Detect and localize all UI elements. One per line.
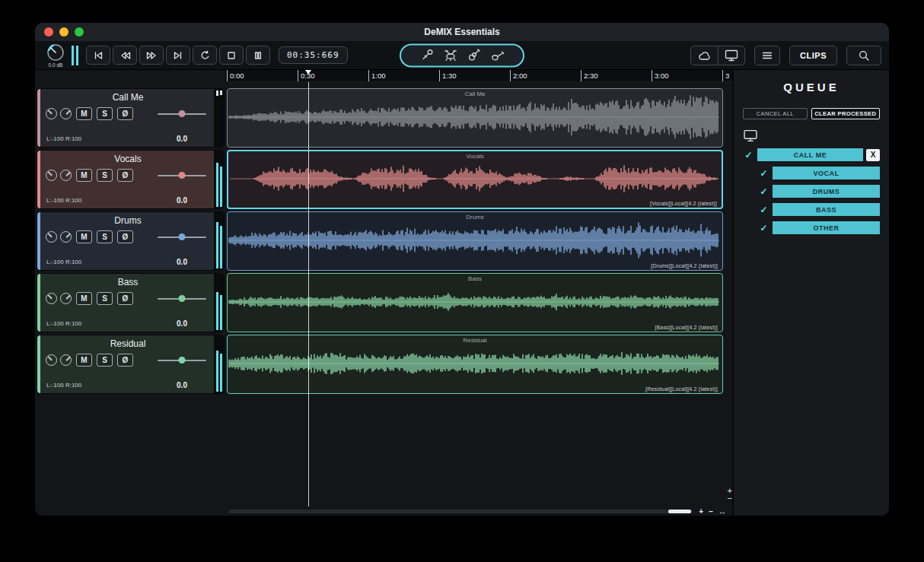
zoom-fit-button[interactable]: ↔: [718, 507, 726, 516]
track-header[interactable]: Vocals M S Ø L:-100 R:100 0.0: [37, 150, 225, 209]
clear-processed-button[interactable]: CLEAR PROCESSED: [811, 108, 880, 119]
queue-item-label[interactable]: DRUMS: [773, 185, 880, 198]
volume-slider[interactable]: [158, 170, 206, 181]
pan-left-knob[interactable]: [46, 354, 57, 366]
volume-slider-thumb[interactable]: [179, 110, 186, 117]
waveform-graphic: [228, 89, 721, 145]
solo-button[interactable]: S: [97, 292, 113, 305]
cloud-processing-button[interactable]: [691, 46, 718, 65]
close-window-button[interactable]: [44, 27, 53, 37]
ruler-tick: 0:00: [227, 70, 244, 81]
pause-button[interactable]: [246, 46, 270, 65]
skip-to-end-button[interactable]: [166, 46, 190, 65]
bass-source-button[interactable]: [491, 49, 505, 62]
pan-left-knob[interactable]: [46, 231, 57, 243]
track-header[interactable]: Bass M S Ø L:-100 R:100 0.0: [37, 273, 225, 332]
check-icon: ✓: [758, 205, 769, 215]
pan-left-knob[interactable]: [46, 170, 57, 181]
volume-value: 0.0: [158, 258, 206, 266]
pan-right-knob[interactable]: [60, 108, 72, 119]
ruler-tick: 3:00: [652, 70, 669, 81]
phase-button[interactable]: Ø: [117, 292, 133, 305]
scrollbar-thumb[interactable]: [668, 510, 691, 513]
loop-button[interactable]: [193, 46, 217, 65]
minimize-window-button[interactable]: [59, 27, 69, 37]
track-header[interactable]: Drums M S Ø L:-100 R:100 0.0: [37, 211, 225, 271]
solo-button[interactable]: S: [97, 230, 113, 243]
queue-item: ✓ VOCAL: [758, 167, 880, 179]
volume-slider-thumb[interactable]: [179, 295, 186, 302]
skip-to-start-button[interactable]: [86, 46, 110, 65]
solo-button[interactable]: S: [97, 354, 113, 367]
volume-slider[interactable]: [158, 109, 206, 119]
waveform-graphic: [228, 335, 721, 392]
mute-button[interactable]: M: [76, 292, 92, 305]
ruler-tick: 1:30: [439, 70, 457, 81]
window-controls: [35, 27, 84, 37]
phase-button[interactable]: Ø: [117, 230, 133, 243]
phase-button[interactable]: Ø: [117, 354, 133, 367]
vocals-source-button[interactable]: [420, 49, 434, 62]
timeline-ruler[interactable]: 0:000:301:001:302:002:303:003: [225, 70, 732, 82]
waveform-clip[interactable]: Call Me: [227, 88, 723, 148]
track-name: Call Me: [46, 91, 210, 104]
phase-button[interactable]: Ø: [117, 169, 133, 182]
volume-slider[interactable]: [158, 232, 206, 243]
search-button[interactable]: [846, 46, 881, 65]
track-header[interactable]: Residual M S Ø L:-100 R:100 0.0: [37, 335, 225, 394]
rewind-button[interactable]: [113, 46, 137, 65]
solo-button[interactable]: S: [97, 169, 113, 182]
clip-version-tag: [Vocals][Local][4.2 (latest)]: [650, 201, 717, 206]
pan-right-knob[interactable]: [60, 293, 72, 304]
waveform-clip[interactable]: Residual [Residual][Local][4.2 (latest)]: [227, 335, 723, 394]
guitar-source-button[interactable]: [467, 49, 481, 62]
pan-range-label: L:-100 R:100: [46, 320, 81, 327]
stop-icon: [226, 51, 237, 60]
cancel-all-button[interactable]: CANCEL ALL: [743, 108, 808, 119]
track-controls-row: M S Ø: [46, 354, 210, 367]
queue-item-label[interactable]: VOCAL: [773, 167, 880, 179]
playhead-marker[interactable]: [305, 70, 311, 75]
clips-button[interactable]: CLIPS: [789, 46, 837, 65]
stop-button[interactable]: [219, 46, 244, 65]
drums-source-button[interactable]: [444, 49, 457, 62]
queue-item-label[interactable]: CALL ME: [757, 148, 863, 161]
zoom-out-button[interactable]: −: [709, 507, 713, 516]
playhead-line[interactable]: [308, 82, 309, 506]
fast-forward-button[interactable]: [139, 46, 164, 65]
queue-item: ✓ OTHER: [758, 221, 880, 234]
local-processing-button[interactable]: [718, 46, 744, 65]
horizontal-scrollbar[interactable]: [228, 510, 693, 513]
solo-button[interactable]: S: [97, 107, 113, 120]
vertical-zoom-out-button[interactable]: −: [728, 494, 732, 502]
zoom-in-button[interactable]: +: [699, 507, 703, 516]
mute-button[interactable]: M: [76, 169, 92, 182]
pan-right-knob[interactable]: [60, 170, 72, 181]
master-gain-knob[interactable]: 0.0 dB: [43, 43, 69, 68]
pan-right-knob[interactable]: [60, 354, 72, 366]
track-header[interactable]: Call Me M S Ø L:-100 R:100 0.0: [37, 88, 225, 148]
fast-forward-icon: [146, 51, 158, 60]
queue-item-label[interactable]: OTHER: [773, 221, 880, 234]
menu-button[interactable]: [754, 46, 780, 65]
waveform-clip[interactable]: Bass [Bass][Local][4.2 (latest)]: [227, 273, 723, 332]
phase-button[interactable]: Ø: [117, 107, 133, 120]
remove-queue-item-button[interactable]: X: [866, 149, 880, 161]
pan-right-knob[interactable]: [60, 231, 72, 243]
volume-slider-thumb[interactable]: [179, 233, 186, 240]
volume-slider-thumb[interactable]: [179, 172, 186, 179]
clip-label: Residual: [228, 337, 722, 344]
queue-item-label[interactable]: BASS: [773, 203, 880, 216]
waveform-clip[interactable]: Vocals [Vocals][Local][4.2 (latest)]: [227, 150, 723, 209]
pan-left-knob[interactable]: [46, 108, 57, 119]
zoom-window-button[interactable]: [75, 27, 84, 37]
waveform-clip[interactable]: Drums [Drums][Local][4.2 (latest)]: [227, 211, 723, 271]
volume-slider[interactable]: [158, 294, 206, 304]
mute-button[interactable]: M: [76, 107, 92, 120]
pan-left-knob[interactable]: [46, 293, 57, 304]
clip-version-tag: [Drums][Local][4.2 (latest)]: [651, 263, 718, 268]
mute-button[interactable]: M: [76, 354, 92, 367]
volume-slider-thumb[interactable]: [179, 357, 186, 364]
volume-slider[interactable]: [158, 355, 206, 366]
mute-button[interactable]: M: [76, 230, 92, 243]
